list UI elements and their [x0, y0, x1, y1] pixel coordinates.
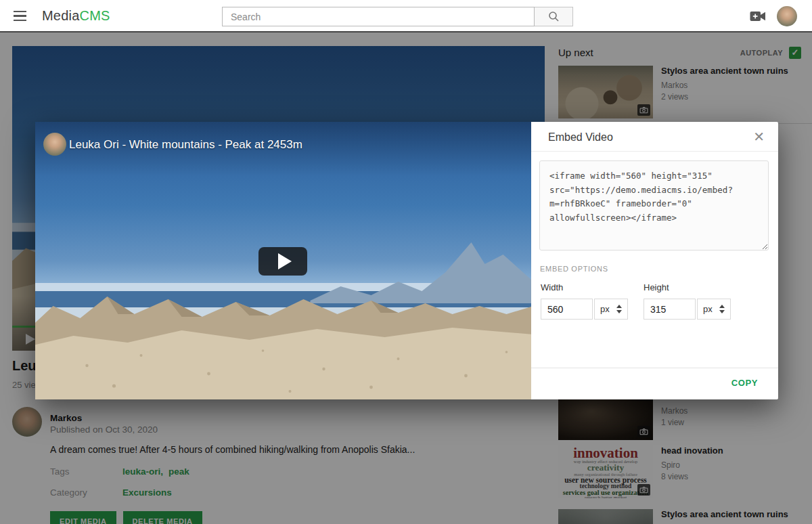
user-avatar[interactable]: [777, 6, 797, 26]
logo-cms-text: CMS: [79, 8, 110, 23]
height-unit-value: px: [703, 304, 713, 314]
height-option-group: Height px: [644, 282, 731, 320]
top-header: MediaCMS: [0, 0, 812, 32]
spinner-arrows-icon: [719, 305, 725, 313]
search-box: [222, 7, 573, 26]
height-input[interactable]: [644, 299, 696, 320]
preview-author-avatar[interactable]: [43, 133, 66, 156]
width-input[interactable]: [541, 299, 593, 320]
embed-options-label: EMBED OPTIONS: [540, 265, 608, 273]
height-unit-select[interactable]: px: [697, 299, 731, 320]
close-icon[interactable]: ✕: [753, 130, 765, 144]
height-label: Height: [644, 282, 731, 292]
search-button[interactable]: [535, 7, 573, 26]
upload-video-icon[interactable]: [750, 10, 766, 22]
mediacms-logo[interactable]: MediaCMS: [42, 8, 110, 24]
width-label: Width: [541, 282, 628, 292]
hamburger-menu-icon[interactable]: [14, 11, 26, 21]
width-unit-select[interactable]: px: [594, 299, 628, 320]
preview-video-title[interactable]: Leuka Ori - White mountains - Peak at 24…: [69, 138, 302, 152]
embed-video-modal: Leuka Ori - White mountains - Peak at 24…: [35, 122, 778, 399]
embed-options-panel: Embed Video ✕ <iframe width="560" height…: [531, 122, 778, 399]
logo-media-text: Media: [42, 8, 79, 23]
search-icon: [548, 11, 560, 22]
search-input[interactable]: [222, 7, 535, 26]
modal-header-divider: [531, 151, 778, 152]
play-icon: [278, 253, 292, 269]
preview-play-button[interactable]: [258, 247, 307, 276]
width-option-group: Width px: [541, 282, 628, 320]
modal-title: Embed Video: [548, 131, 613, 144]
modal-footer-divider: [531, 368, 778, 368]
embed-code-textarea[interactable]: <iframe width="560" height="315" src="ht…: [539, 160, 769, 250]
spinner-arrows-icon: [616, 305, 622, 313]
width-unit-value: px: [600, 304, 610, 314]
embed-preview-player[interactable]: Leuka Ori - White mountains - Peak at 24…: [35, 122, 531, 399]
copy-button[interactable]: COPY: [731, 378, 758, 388]
